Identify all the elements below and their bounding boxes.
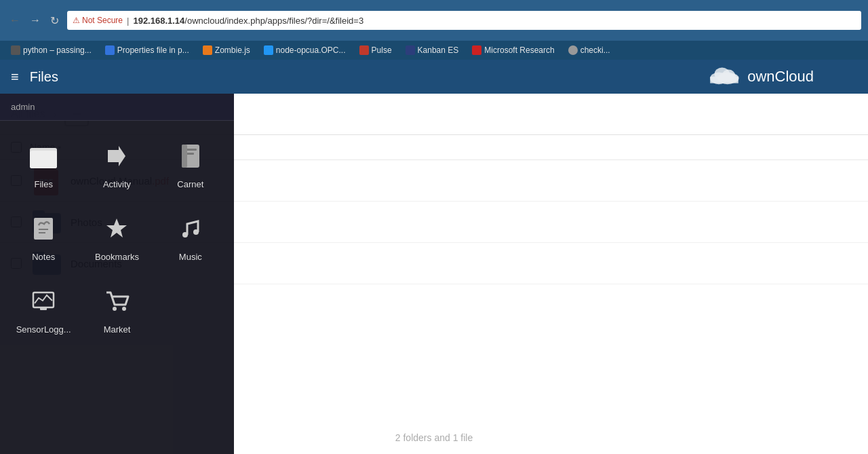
bookmarks-icon bbox=[99, 211, 134, 246]
app-item-activity[interactable]: Activity bbox=[80, 128, 153, 200]
bookmark-label-opcua: node-opcua.OPC... bbox=[276, 45, 346, 55]
browser-chrome: ← → ↻ ⚠ Not Secure | 192.168.1.14/ownclo… bbox=[0, 0, 868, 41]
back-button[interactable]: ← bbox=[7, 12, 23, 29]
folder-icon-svg bbox=[28, 141, 58, 171]
app-topbar: ≡ Files ownCloud bbox=[0, 60, 868, 94]
bookmark-favicon-zombie bbox=[203, 45, 212, 55]
security-warning: ⚠ Not Secure bbox=[73, 16, 123, 25]
bookmark-favicon-kanban bbox=[406, 45, 415, 55]
bookmark-zombie[interactable]: Zombie.js bbox=[197, 44, 256, 56]
bookmark-label-kanban: Kanban ES bbox=[418, 45, 459, 55]
cloud-icon bbox=[708, 62, 741, 91]
app-item-notes[interactable]: Notes bbox=[7, 200, 80, 273]
activity-icon bbox=[99, 138, 134, 174]
svg-rect-5 bbox=[710, 77, 738, 83]
activity-icon-svg bbox=[104, 143, 130, 169]
app-label-notes: Notes bbox=[32, 252, 55, 262]
app-label-carnet: Carnet bbox=[177, 179, 203, 189]
app-label-music: Music bbox=[179, 252, 202, 262]
svg-point-22 bbox=[113, 307, 117, 311]
music-icon bbox=[173, 211, 208, 246]
bookmark-pulse[interactable]: Pulse bbox=[354, 44, 397, 56]
app-label-files: Files bbox=[34, 179, 52, 189]
bookmark-checki[interactable]: checki... bbox=[563, 44, 616, 56]
bookmark-favicon-python bbox=[11, 45, 20, 55]
svg-point-19 bbox=[193, 229, 199, 235]
app-container: ≡ Files ownCloud admin bbox=[0, 60, 868, 454]
not-secure-label: Not Secure bbox=[82, 16, 123, 25]
svg-point-23 bbox=[122, 307, 126, 311]
app-label-market: Market bbox=[104, 324, 131, 335]
bookmark-label-msresearch: Microsoft Research bbox=[484, 45, 554, 55]
bookmark-properties[interactable]: Properties file in p... bbox=[100, 44, 195, 56]
cart-icon-svg bbox=[104, 288, 130, 314]
svg-marker-9 bbox=[108, 146, 125, 166]
app-item-bookmarks[interactable]: Bookmarks bbox=[80, 200, 153, 273]
bookmark-label-pulse: Pulse bbox=[372, 45, 392, 55]
app-label-bookmarks: Bookmarks bbox=[95, 252, 139, 262]
bookmark-kanban[interactable]: Kanban ES bbox=[400, 44, 465, 56]
app-item-carnet[interactable]: Carnet bbox=[154, 128, 227, 200]
url-bold: 192.168.1.14 bbox=[133, 16, 184, 26]
star-icon-svg bbox=[104, 216, 130, 242]
app-title: Files bbox=[30, 69, 58, 85]
bookmark-favicon-properties bbox=[105, 45, 115, 55]
cloud-svg bbox=[708, 63, 741, 85]
files-count-label: 2 folders and 1 file bbox=[395, 432, 473, 443]
bookmark-label-zombie: Zombie.js bbox=[215, 45, 250, 55]
forward-button[interactable]: → bbox=[27, 12, 43, 29]
bookmark-label-properties: Properties file in p... bbox=[117, 45, 189, 55]
overlay-user-section: admin bbox=[0, 94, 234, 121]
bookmark-python[interactable]: python – passing... bbox=[5, 44, 97, 56]
url-text: 192.168.1.14/owncloud/index.php/apps/fil… bbox=[133, 16, 363, 26]
svg-point-18 bbox=[182, 232, 188, 238]
carnet-icon-svg bbox=[178, 143, 203, 169]
bookmark-label-python: python – passing... bbox=[23, 45, 92, 55]
app-overlay: admin Files bbox=[0, 94, 234, 454]
bookmark-msresearch[interactable]: Microsoft Research bbox=[467, 44, 559, 56]
bookmark-label-checki: checki... bbox=[580, 45, 610, 55]
notes-icon bbox=[26, 211, 61, 246]
svg-marker-17 bbox=[106, 219, 127, 238]
bookmark-favicon-checki bbox=[568, 45, 578, 55]
sensor-icon bbox=[26, 284, 61, 319]
music-icon-svg bbox=[178, 216, 203, 242]
app-item-music[interactable]: Music bbox=[154, 200, 227, 273]
owncloud-logo: ownCloud bbox=[708, 62, 814, 91]
app-label-activity: Activity bbox=[103, 179, 131, 189]
reload-button[interactable]: ↻ bbox=[47, 12, 62, 30]
address-bar[interactable]: ⚠ Not Secure | 192.168.1.14/owncloud/ind… bbox=[67, 11, 861, 30]
bookmark-favicon-pulse bbox=[359, 45, 369, 55]
bookmark-opcua[interactable]: node-opcua.OPC... bbox=[258, 44, 351, 56]
bookmark-favicon-msresearch bbox=[472, 45, 481, 55]
app-item-sensorlogg[interactable]: SensorLogg... bbox=[7, 273, 80, 345]
bookmarks-bar: python – passing... Properties file in p… bbox=[0, 41, 868, 60]
sensor-icon-svg bbox=[31, 288, 56, 314]
main-content: admin Files bbox=[0, 94, 868, 454]
app-item-market[interactable]: Market bbox=[80, 273, 153, 345]
notes-icon-svg bbox=[31, 216, 56, 242]
username-label: admin bbox=[11, 102, 35, 112]
svg-rect-21 bbox=[40, 307, 47, 310]
nav-buttons: ← → ↻ bbox=[7, 12, 62, 30]
hamburger-menu-button[interactable]: ≡ bbox=[11, 69, 19, 85]
app-grid: Files Activity bbox=[0, 121, 234, 352]
app-label-sensorlogg: SensorLogg... bbox=[16, 324, 71, 335]
market-icon bbox=[99, 284, 134, 319]
files-icon bbox=[26, 138, 61, 174]
url-rest: /owncloud/index.php/apps/files/?dir=/&fi… bbox=[184, 16, 363, 26]
carnet-icon bbox=[173, 138, 208, 174]
url-separator: | bbox=[127, 16, 129, 26]
warning-icon: ⚠ bbox=[73, 16, 80, 25]
svg-rect-13 bbox=[182, 145, 187, 168]
app-item-files[interactable]: Files bbox=[7, 128, 80, 200]
svg-rect-8 bbox=[30, 151, 57, 168]
bookmark-favicon-opcua bbox=[264, 45, 273, 55]
owncloud-brand-label: ownCloud bbox=[747, 68, 814, 86]
